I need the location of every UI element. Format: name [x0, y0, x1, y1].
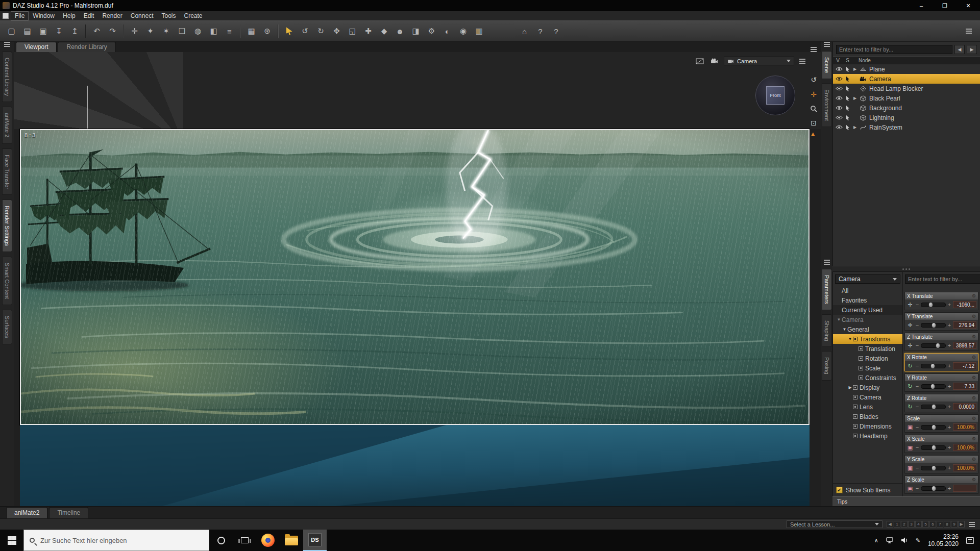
gear-icon[interactable]: ⚙	[972, 293, 976, 298]
visibility-eye-icon[interactable]	[835, 96, 843, 101]
tab-timeline[interactable]: Timeline	[49, 507, 88, 518]
gear-icon[interactable]: ⚙	[972, 334, 976, 339]
selection-pointer-icon[interactable]	[843, 124, 852, 131]
frame-view-icon[interactable]: ⊡	[811, 119, 817, 127]
dock-tab-environment[interactable]: Environment	[822, 83, 832, 127]
scale-value[interactable]: 100.0%	[953, 423, 976, 431]
tab-animate2[interactable]: aniMate2	[6, 507, 47, 518]
x-rotate-value[interactable]: -7.12	[953, 362, 976, 369]
dock-tab-smart-content[interactable]: Smart Content	[2, 257, 12, 305]
increment-button[interactable]: +	[947, 383, 951, 389]
pager-cell-4[interactable]: 4	[915, 521, 922, 528]
node-selection-tool-icon[interactable]	[282, 24, 297, 38]
pane-splitter[interactable]	[832, 266, 980, 272]
zoom-view-icon[interactable]	[810, 105, 817, 112]
slider-knob[interactable]	[930, 363, 935, 369]
selection-pointer-icon[interactable]	[843, 115, 852, 121]
taskbar-search-input[interactable]	[39, 536, 203, 545]
filter-forward-button[interactable]: ▶	[967, 45, 977, 54]
taskbar-search[interactable]	[23, 530, 209, 551]
slider-track[interactable]	[921, 486, 946, 491]
decrement-button[interactable]: −	[915, 302, 919, 308]
y-scale-value[interactable]: 100.0%	[953, 464, 976, 471]
x-translate-value[interactable]: -1060...	[953, 301, 976, 308]
create-sphere-icon[interactable]: ◍	[190, 24, 205, 38]
ink-pen-icon[interactable]: ✎	[916, 537, 920, 544]
create-light-icon[interactable]: ✦	[143, 24, 158, 38]
active-pose-tool-icon[interactable]: ✚	[361, 24, 376, 38]
dock-tab-face-transfer[interactable]: Face Transfer	[2, 148, 12, 195]
tab-viewport[interactable]: Viewport	[16, 42, 57, 52]
gear-icon[interactable]: ⚙	[972, 436, 976, 441]
tree-arrow-icon[interactable]: ▼	[847, 337, 853, 341]
decrement-button[interactable]: −	[915, 485, 919, 491]
scale-tool-icon[interactable]: ◱	[345, 24, 360, 38]
slider-knob[interactable]	[928, 302, 933, 308]
task-view-button[interactable]	[233, 530, 256, 551]
network-icon[interactable]	[886, 537, 893, 543]
expand-arrow-icon[interactable]: ▶	[852, 67, 858, 71]
dock-tab-parameters[interactable]: Parameters	[822, 269, 832, 310]
import-icon[interactable]: ↧	[52, 24, 66, 38]
z-rotate-value[interactable]: 0.0000	[953, 403, 976, 410]
figure-setup-icon[interactable]: ☻	[393, 24, 407, 38]
dock-tab-render-settings[interactable]: Render Settings	[2, 199, 12, 252]
x-scale-value[interactable]: 100.0%	[953, 444, 976, 451]
slider-knob[interactable]	[932, 465, 936, 471]
increment-button[interactable]: +	[947, 302, 951, 308]
lesson-selector-dropdown[interactable]: Select a Lesson...	[787, 520, 883, 528]
action-center-icon[interactable]	[966, 537, 974, 544]
visibility-eye-icon[interactable]	[835, 67, 843, 71]
scene-node-camera[interactable]: Camera	[833, 74, 980, 84]
maximize-button[interactable]: ❐	[933, 0, 957, 11]
param-tree-currently-used[interactable]: Currently Used	[833, 305, 902, 315]
surface-selection-icon[interactable]: ◨	[408, 24, 423, 38]
increment-button[interactable]: +	[947, 485, 951, 491]
param-tree-general[interactable]: ▼General	[833, 324, 902, 334]
render-frame[interactable]: 8 : 3	[20, 129, 810, 425]
decrement-button[interactable]: −	[915, 424, 919, 430]
z-translate-value[interactable]: 3898.57	[953, 342, 976, 349]
camera-cycle-icon[interactable]	[709, 57, 719, 65]
open-scene-icon[interactable]: ▤	[20, 24, 35, 38]
menu-edit[interactable]: Edit	[80, 12, 98, 20]
new-scene-icon[interactable]: ▢	[4, 24, 19, 38]
decrement-button[interactable]: −	[915, 342, 919, 348]
left-dock-menu-icon[interactable]	[4, 44, 10, 45]
scene-node-lightning[interactable]: Lightning	[833, 113, 980, 122]
scene-node-black-pearl[interactable]: ▶Black Pearl	[833, 93, 980, 103]
decrement-button[interactable]: −	[915, 363, 919, 369]
pager-cell-7[interactable]: 7	[937, 521, 943, 528]
scene-filter-input[interactable]	[836, 45, 952, 54]
viewport-options-menu-icon[interactable]	[799, 61, 805, 62]
slider-track[interactable]	[921, 303, 946, 307]
increment-button[interactable]: +	[947, 424, 951, 430]
orbit-sphere-icon[interactable]: ⊛	[260, 24, 275, 38]
dock-tab-posing[interactable]: Posing	[822, 351, 832, 381]
pager-cell-8[interactable]: 8	[944, 521, 950, 528]
parameters-filter-input[interactable]	[905, 274, 980, 284]
dock-tab-content-library[interactable]: Content Library	[2, 52, 12, 102]
slider-track[interactable]	[921, 323, 946, 328]
menu-window[interactable]: Window	[29, 12, 58, 20]
hidden-icons-chevron[interactable]: ∧	[874, 537, 878, 544]
right-dock-menu-icon-2[interactable]	[824, 262, 830, 263]
render-icon[interactable]: ◉	[456, 24, 471, 38]
orbit-view-icon[interactable]: ↺	[811, 76, 817, 84]
slider-track[interactable]	[921, 343, 946, 348]
close-button[interactable]: ✕	[957, 0, 980, 11]
toolbar-menu-icon[interactable]	[961, 24, 976, 38]
pager-cell-1[interactable]: 1	[894, 521, 900, 528]
param-tree-camera[interactable]: ▼Camera	[833, 315, 902, 324]
create-camera-icon[interactable]: ✶	[159, 24, 174, 38]
decrement-button[interactable]: −	[915, 322, 919, 328]
gear-icon[interactable]: ⚙	[972, 314, 976, 319]
frame-corner-arrow-icon[interactable]: ▲	[810, 130, 816, 138]
selection-pointer-icon[interactable]	[843, 105, 852, 111]
y-translate-value[interactable]: 276.94	[953, 321, 976, 329]
aspect-frame-icon[interactable]	[695, 57, 704, 65]
taskbar-daz-studio[interactable]: DS	[303, 530, 327, 551]
gear-icon[interactable]: ⚙	[972, 355, 976, 360]
volume-icon[interactable]	[901, 537, 908, 543]
spot-render-icon[interactable]: ◐	[440, 24, 455, 38]
